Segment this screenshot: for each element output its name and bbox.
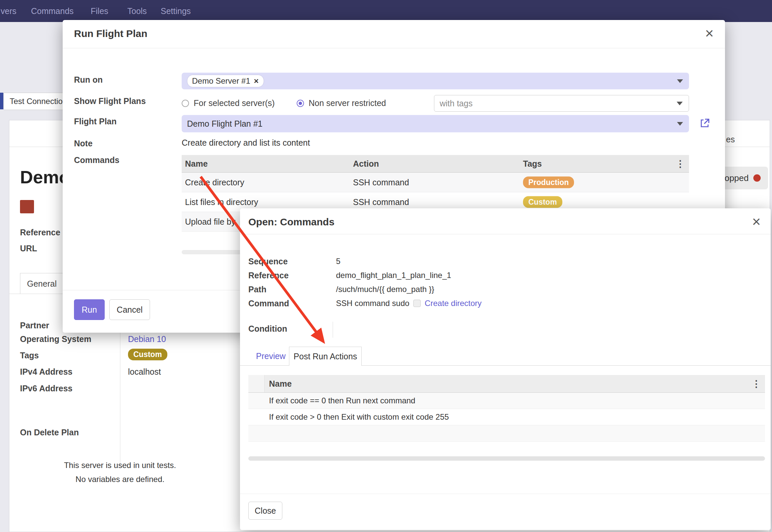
action-rule: If exit code == 0 then Run next command [269, 396, 415, 405]
field-column-divider [120, 318, 120, 467]
kebab-menu-icon[interactable]: ⋮ [676, 158, 685, 169]
row-handle-column [248, 375, 265, 392]
ipv4-value: localhost [128, 367, 161, 377]
run-on-field[interactable]: Demo Server #1 ✕ [182, 73, 689, 89]
sequence-row: Sequence 5 [248, 257, 340, 266]
reference-row: Reference demo_flight_plan_1_plan_line_1 [248, 271, 451, 280]
color-swatch[interactable] [20, 200, 34, 213]
header-name[interactable]: Name [269, 375, 292, 392]
modal-title: Run Flight Plan [74, 28, 147, 39]
action-rule: If exit code > 0 then Exit with custom e… [269, 412, 449, 422]
command-text: SSH command sudo [336, 299, 409, 308]
top-navbar: vers Commands Files Tools Settings [0, 0, 772, 22]
table-header: Name ⋮ [248, 375, 765, 393]
on-delete-plan-label: On Delete Plan [20, 428, 79, 437]
server-chip-label: Demo Server #1 [192, 76, 250, 86]
with-tags-placeholder: with tags [440, 99, 473, 108]
command-value: SSH command sudo Create directory [336, 299, 482, 308]
nav-item-tools[interactable]: Tools [127, 6, 147, 16]
tags-label: Tags [20, 351, 39, 360]
external-link-icon[interactable] [699, 117, 711, 129]
radio-non-server-restricted[interactable] [297, 100, 304, 107]
unit-test-note-line1: This server is used in unit tests. [33, 461, 207, 470]
close-icon[interactable]: × [705, 26, 714, 41]
note-label: Note [74, 139, 93, 148]
production-badge: Production [523, 177, 574, 188]
close-button[interactable]: Close [248, 502, 282, 520]
partner-label: Partner [20, 321, 49, 330]
header-tags[interactable]: Tags [523, 159, 542, 169]
screen: vers Commands Files Tools Settings Test … [0, 0, 772, 532]
close-icon[interactable]: × [752, 214, 761, 229]
table-row[interactable]: Create directory SSH command Production [182, 173, 689, 192]
create-directory-link[interactable]: Create directory [425, 299, 482, 308]
tags-custom-badge[interactable]: Custom [128, 349, 167, 360]
command-label: Command [248, 299, 336, 308]
modal-header-divider [240, 234, 771, 234]
cell-name: Upload file by [185, 217, 235, 227]
cut-text-fragment: es [726, 135, 735, 144]
run-on-label: Run on [74, 75, 103, 85]
header-action[interactable]: Action [353, 159, 379, 169]
ipv6-label: IPv6 Address [20, 384, 72, 393]
nav-item-commands[interactable]: Commands [31, 6, 74, 16]
path-label: Path [248, 285, 336, 294]
status-dot-icon [753, 174, 761, 182]
radio-non-server-restricted-label[interactable]: Non server restricted [309, 98, 386, 108]
table-row[interactable]: If exit code == 0 then Run next command [248, 393, 765, 409]
open-commands-modal: Open: Commands × Sequence 5 Reference de… [240, 208, 771, 530]
tab-preview[interactable]: Preview [256, 347, 286, 365]
condition-label: Condition [248, 324, 336, 334]
flight-plan-label: Flight Plan [74, 117, 117, 126]
reference-label: Reference [248, 271, 336, 280]
header-name[interactable]: Name [185, 159, 208, 169]
os-label: Operating System [20, 334, 91, 344]
ipv4-label: IPv4 Address [20, 367, 72, 377]
table-row[interactable]: If exit code > 0 then Exit with custom e… [248, 409, 765, 425]
os-value-link[interactable]: Debian 10 [128, 334, 166, 344]
chip-remove-icon[interactable]: ✕ [254, 77, 259, 85]
nav-item-settings[interactable]: Settings [161, 6, 191, 16]
commands-label: Commands [74, 155, 119, 165]
run-button[interactable]: Run [74, 299, 105, 320]
path-value: /such/much/{{ demo_path }} [336, 285, 434, 294]
path-row: Path /such/much/{{ demo_path }} [248, 285, 434, 294]
reference-label: Reference [20, 228, 60, 237]
partial-primary-button[interactable] [0, 93, 3, 109]
tab-post-run-actions[interactable]: Post Run Actions [289, 347, 362, 366]
post-run-actions-table: Name ⋮ If exit code == 0 then Run next c… [248, 375, 765, 442]
cell-action: SSH command [353, 178, 409, 187]
flight-plan-description: Create directory and list its content [182, 138, 310, 148]
sudo-checkbox[interactable] [413, 300, 421, 307]
show-flight-plans-label: Show Flight Plans [74, 96, 146, 106]
cell-name: List files in directory [185, 197, 258, 207]
modal-header-divider [63, 48, 725, 48]
notebook-tabs: Preview Post Run Actions [240, 347, 771, 366]
unit-test-note-line2: No variables are defined. [33, 475, 207, 484]
modal-footer-divider [240, 494, 771, 494]
url-label: URL [20, 244, 37, 253]
reference-value: demo_flight_plan_1_plan_line_1 [336, 271, 451, 280]
with-tags-select[interactable]: with tags [434, 95, 689, 112]
server-chip[interactable]: Demo Server #1 ✕ [187, 75, 264, 87]
table-row-empty [248, 425, 765, 442]
cancel-button[interactable]: Cancel [109, 299, 150, 320]
cell-name: Create directory [185, 178, 244, 187]
sequence-value: 5 [336, 257, 340, 266]
custom-badge: Custom [523, 196, 562, 208]
kebab-menu-icon[interactable]: ⋮ [752, 378, 761, 389]
chevron-down-icon[interactable] [677, 102, 683, 105]
condition-row: Condition [248, 324, 336, 334]
radio-selected-servers-label[interactable]: For selected server(s) [194, 98, 275, 108]
server-filter-row: For selected server(s) Non server restri… [182, 95, 689, 112]
chevron-down-icon[interactable] [677, 122, 683, 126]
flight-plan-value: Demo Flight Plan #1 [187, 119, 263, 129]
flight-plan-select[interactable]: Demo Flight Plan #1 [182, 115, 689, 132]
horizontal-scrollbar[interactable] [248, 456, 765, 461]
nav-item-servers-partial[interactable]: vers [1, 6, 16, 16]
commands-table-header: Name Action Tags ⋮ [182, 155, 689, 173]
chevron-down-icon[interactable] [677, 79, 683, 83]
radio-selected-servers[interactable] [182, 100, 189, 107]
nav-item-files[interactable]: Files [91, 6, 108, 16]
modal-title: Open: Commands [248, 216, 334, 228]
